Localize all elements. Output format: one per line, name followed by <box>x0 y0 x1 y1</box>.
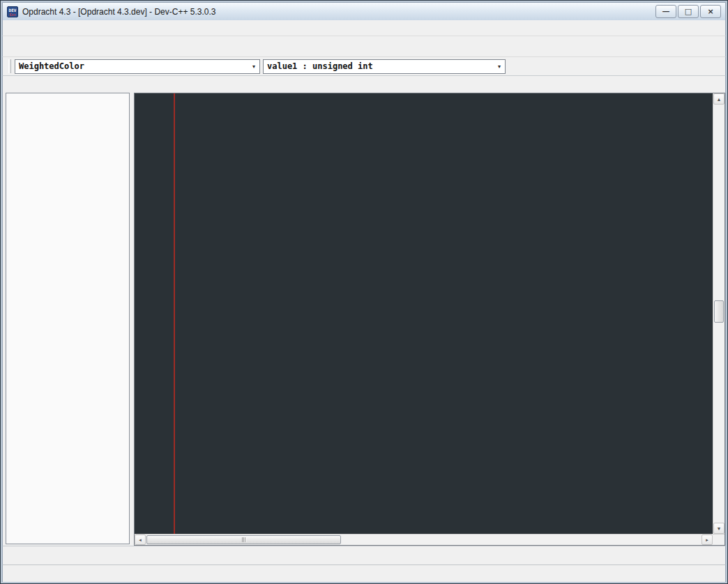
window-controls: — □ × <box>655 5 721 18</box>
close-button[interactable]: × <box>700 5 721 18</box>
project-sidebar <box>3 76 130 546</box>
status-bar <box>2 564 726 582</box>
toolbar <box>2 36 726 57</box>
toolbar-grip <box>8 59 11 73</box>
code-area[interactable] <box>135 93 713 534</box>
combo-row: WeightedColor ▾ value1 : unsigned int ▾ <box>2 57 726 76</box>
project-tree <box>6 93 130 544</box>
scroll-right-arrow[interactable]: ▸ <box>702 535 713 545</box>
vertical-scroll-thumb[interactable] <box>714 300 724 323</box>
window-title: Opdracht 4.3 - [Opdracht 4.3.dev] - Dev-… <box>22 8 655 16</box>
variable-combo-value: value1 : unsigned int <box>264 61 494 71</box>
scroll-down-arrow[interactable]: ▼ <box>713 523 725 534</box>
editor-panel: ▲ ▼ ◂ ▸ <box>134 76 725 546</box>
function-combo-value: WeightedColor <box>15 61 248 71</box>
sidebar-tabs <box>6 78 130 93</box>
app-icon: DEVC++ <box>7 6 18 17</box>
title-bar: DEVC++ Opdracht 4.3 - [Opdracht 4.3.dev]… <box>2 2 726 20</box>
horizontal-scroll-thumb[interactable] <box>146 535 341 544</box>
function-combo[interactable]: WeightedColor ▾ <box>15 59 260 74</box>
main-area: ▲ ▼ ◂ ▸ <box>2 76 726 546</box>
code-column <box>135 93 713 534</box>
scroll-up-arrow[interactable]: ▲ <box>713 93 725 105</box>
chevron-down-icon[interactable]: ▾ <box>494 63 505 70</box>
minimize-button[interactable]: — <box>655 5 676 18</box>
editor-frame: ▲ ▼ ◂ ▸ <box>134 93 725 546</box>
editor-tabs <box>134 78 725 93</box>
horizontal-scrollbar[interactable]: ◂ ▸ <box>135 534 725 545</box>
vertical-scrollbar[interactable]: ▲ ▼ <box>713 93 725 534</box>
app-window: DEVC++ Opdracht 4.3 - [Opdracht 4.3.dev]… <box>0 0 728 584</box>
report-tabs <box>2 546 726 564</box>
maximize-button[interactable]: □ <box>678 5 699 18</box>
chevron-down-icon[interactable]: ▾ <box>248 63 259 70</box>
menu-bar <box>2 20 726 36</box>
scroll-left-arrow[interactable]: ◂ <box>135 535 146 545</box>
variable-combo[interactable]: value1 : unsigned int ▾ <box>263 59 506 74</box>
